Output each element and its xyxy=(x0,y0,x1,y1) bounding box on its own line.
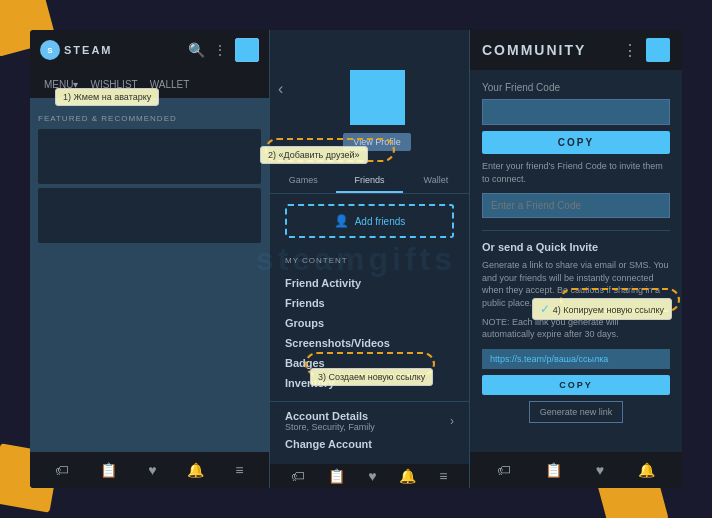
account-section: Account Details Store, Security, Family … xyxy=(270,401,469,464)
chevron-right-icon: › xyxy=(450,414,454,428)
copy-invite-button[interactable]: COPY xyxy=(482,375,670,395)
add-friends-button[interactable]: Add friends xyxy=(285,204,454,238)
profile-avatar xyxy=(350,70,405,125)
tag-icon[interactable]: 🏷 xyxy=(55,462,69,478)
heart-icon-mid[interactable]: ♥ xyxy=(368,468,376,484)
friend-code-input[interactable] xyxy=(482,99,670,125)
friend-activity-link[interactable]: Friend Activity xyxy=(285,273,454,293)
featured-label: FEATURED & RECOMMENDED xyxy=(38,114,261,123)
community-header: COMMUNITY ⋮ xyxy=(470,30,682,70)
account-title: Account Details xyxy=(285,410,375,422)
enter-friend-code-input[interactable] xyxy=(482,193,670,218)
screenshots-link[interactable]: Screenshots/Videos xyxy=(285,333,454,353)
community-title: COMMUNITY xyxy=(482,42,586,58)
community-menu-icon[interactable]: ⋮ xyxy=(622,41,638,60)
bell-icon[interactable]: 🔔 xyxy=(187,462,204,478)
hamburger-icon[interactable]: ≡ xyxy=(235,462,243,478)
search-icon[interactable]: 🔍 xyxy=(188,42,205,58)
game-card-1 xyxy=(38,129,261,184)
bell-icon-right[interactable]: 🔔 xyxy=(638,462,655,478)
quick-invite-title: Or send a Quick Invite xyxy=(482,241,670,253)
bell-icon-mid[interactable]: 🔔 xyxy=(399,468,416,484)
quick-invite-section: Or send a Quick Invite Generate a link t… xyxy=(482,241,670,423)
account-subtitle: Store, Security, Family xyxy=(285,422,375,432)
tag-icon-mid[interactable]: 🏷 xyxy=(291,468,305,484)
steam-header-icons: 🔍 ⋮ xyxy=(188,38,259,62)
divider xyxy=(482,230,670,231)
featured-section: FEATURED & RECOMMENDED xyxy=(38,114,261,243)
back-button[interactable]: ‹ xyxy=(278,80,283,98)
steam-header: S STEAM 🔍 ⋮ xyxy=(30,30,269,70)
right-content: Your Friend Code COPY Enter your friend'… xyxy=(470,70,682,452)
steam-logo-text: STEAM xyxy=(64,44,113,56)
tab-wallet[interactable]: Wallet xyxy=(403,169,469,193)
account-details-item[interactable]: Account Details Store, Security, Family … xyxy=(285,410,454,432)
heart-icon-right[interactable]: ♥ xyxy=(596,462,604,478)
middle-bottom-nav: 🏷 📋 ♥ 🔔 ≡ xyxy=(270,464,469,488)
heart-icon[interactable]: ♥ xyxy=(148,462,156,478)
friend-code-section: Your Friend Code COPY Enter your friend'… xyxy=(482,82,670,218)
friends-link[interactable]: Friends xyxy=(285,293,454,313)
right-bottom-nav: 🏷 📋 ♥ 🔔 xyxy=(470,452,682,488)
callout-3: 3) Создаем новую ссылку xyxy=(310,368,433,386)
friend-code-desc: Enter your friend's Friend Code to invit… xyxy=(482,160,670,185)
profile-tabs: Games Friends Wallet xyxy=(270,169,469,194)
left-content: FEATURED & RECOMMENDED xyxy=(30,98,269,452)
callout-1: 1) Жмем на аватарку xyxy=(55,88,159,106)
game-cards xyxy=(38,129,261,243)
invite-url: https://s.team/p/ваша/ссылка xyxy=(482,349,670,369)
check-icon: ✓ xyxy=(540,302,550,316)
callout-2: 2) «Добавить друзей» xyxy=(260,146,368,164)
friend-code-label: Your Friend Code xyxy=(482,82,670,93)
left-bottom-nav: 🏷 📋 ♥ 🔔 ≡ xyxy=(30,452,269,488)
tab-games[interactable]: Games xyxy=(270,169,336,193)
steam-logo: S STEAM xyxy=(40,40,113,60)
tag-icon-right[interactable]: 🏷 xyxy=(497,462,511,478)
hamburger-icon-mid[interactable]: ≡ xyxy=(439,468,447,484)
callout-4: ✓ 4) Копируем новую ссылку xyxy=(532,298,672,320)
avatar[interactable] xyxy=(235,38,259,62)
my-content-label: MY CONTENT xyxy=(285,256,454,265)
community-avatar[interactable] xyxy=(646,38,670,62)
generate-link-button[interactable]: Generate new link xyxy=(529,401,624,423)
copy-friend-code-button[interactable]: COPY xyxy=(482,131,670,154)
list-icon[interactable]: 📋 xyxy=(100,462,117,478)
game-card-2 xyxy=(38,188,261,243)
tab-friends[interactable]: Friends xyxy=(336,169,402,193)
more-icon[interactable]: ⋮ xyxy=(213,42,227,58)
list-icon-mid[interactable]: 📋 xyxy=(328,468,345,484)
change-account-link[interactable]: Change Account xyxy=(285,432,454,456)
list-icon-right[interactable]: 📋 xyxy=(545,462,562,478)
steam-logo-icon: S xyxy=(40,40,60,60)
middle-panel: ‹ View Profile Games Friends Wallet Add … xyxy=(270,30,470,488)
right-panel: COMMUNITY ⋮ Your Friend Code COPY Enter … xyxy=(470,30,682,488)
groups-link[interactable]: Groups xyxy=(285,313,454,333)
